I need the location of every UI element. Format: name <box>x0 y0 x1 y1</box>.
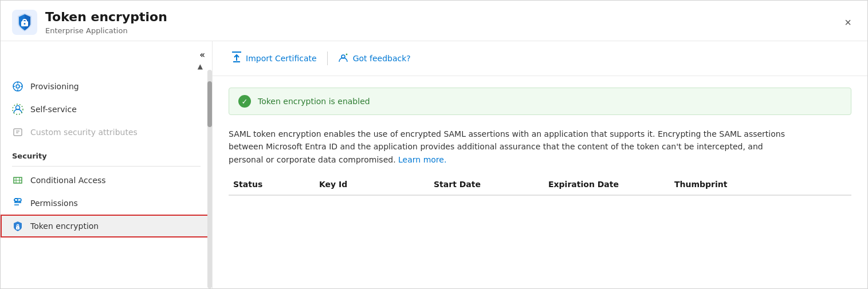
success-banner: Token encryption is enabled <box>229 88 851 115</box>
main-content: Import Certificate Got feedback? Token e… <box>213 41 867 288</box>
scroll-up-icon[interactable]: ▲ <box>198 62 203 70</box>
description-text: SAML token encryption enables the use of… <box>229 128 790 166</box>
sidebar-scrollbar-thumb <box>207 81 212 127</box>
sidebar-item-conditional-access[interactable]: Conditional Access <box>1 169 212 192</box>
body-area: « ▲ Provisioning Self-service <box>1 41 867 288</box>
collapse-icon[interactable]: « <box>199 49 205 60</box>
learn-more-link[interactable]: Learn more. <box>398 155 446 164</box>
sidebar-item-custom-security[interactable]: Custom security attributes <box>1 121 212 144</box>
success-check-icon <box>238 95 251 108</box>
svg-point-11 <box>14 200 17 203</box>
provisioning-icon <box>12 81 23 92</box>
content-area: Token encryption is enabled SAML token e… <box>213 76 867 288</box>
sidebar-item-permissions[interactable]: Permissions <box>1 192 212 215</box>
sidebar-item-provisioning[interactable]: Provisioning <box>1 75 212 98</box>
window-title: Token encryption <box>45 10 840 25</box>
column-header-expiration-date: Expiration Date <box>544 180 670 189</box>
column-header-status: Status <box>229 180 315 189</box>
column-header-key-id: Key Id <box>315 180 429 189</box>
security-section-label: Security <box>1 144 212 164</box>
sidebar-item-conditional-access-label: Conditional Access <box>30 176 106 185</box>
svg-point-14 <box>17 228 18 229</box>
security-divider <box>12 166 201 167</box>
window-subtitle: Enterprise Application <box>45 26 840 35</box>
import-certificate-button[interactable]: Import Certificate <box>224 48 325 69</box>
permissions-icon <box>12 197 23 209</box>
import-up-arrow-icon <box>232 52 241 65</box>
custom-attrs-icon <box>12 126 23 138</box>
self-service-icon <box>12 104 23 115</box>
column-header-thumbprint: Thumbprint <box>670 180 842 189</box>
sidebar-item-self-service[interactable]: Self-service <box>1 98 212 121</box>
close-button[interactable]: × <box>840 14 856 30</box>
svg-point-3 <box>24 23 26 25</box>
app-window: Token encryption Enterprise Application … <box>0 0 868 289</box>
sidebar-item-token-encryption-label: Token encryption <box>30 221 99 231</box>
sidebar-item-custom-security-label: Custom security attributes <box>30 128 138 137</box>
sidebar-scrollbar[interactable] <box>207 70 212 288</box>
title-bar: Token encryption Enterprise Application … <box>1 1 867 41</box>
title-text-block: Token encryption Enterprise Application <box>45 10 840 34</box>
success-message: Token encryption is enabled <box>258 97 370 106</box>
sidebar-collapse[interactable]: « <box>1 47 212 62</box>
got-feedback-button[interactable]: Got feedback? <box>330 49 419 68</box>
sidebar-item-self-service-label: Self-service <box>30 105 77 114</box>
table-header: Status Key Id Start Date Expiration Date… <box>229 180 851 196</box>
got-feedback-label: Got feedback? <box>353 54 411 63</box>
sidebar-item-permissions-label: Permissions <box>30 199 78 208</box>
conditional-access-icon <box>12 175 23 186</box>
sidebar-item-token-encryption[interactable]: Token encryption <box>1 215 212 237</box>
description-body: SAML token encryption enables the use of… <box>229 129 785 164</box>
sidebar-item-provisioning-label: Provisioning <box>30 82 79 91</box>
svg-point-12 <box>19 200 21 203</box>
token-encryption-icon <box>12 220 23 232</box>
sidebar: « ▲ Provisioning Self-service <box>1 41 213 288</box>
feedback-icon <box>338 53 348 65</box>
toolbar: Import Certificate Got feedback? <box>213 41 867 76</box>
svg-rect-8 <box>14 129 22 136</box>
toolbar-divider <box>327 52 328 65</box>
column-header-start-date: Start Date <box>429 180 544 189</box>
app-icon <box>12 10 37 35</box>
import-certificate-label: Import Certificate <box>246 54 317 63</box>
svg-point-5 <box>16 85 19 88</box>
